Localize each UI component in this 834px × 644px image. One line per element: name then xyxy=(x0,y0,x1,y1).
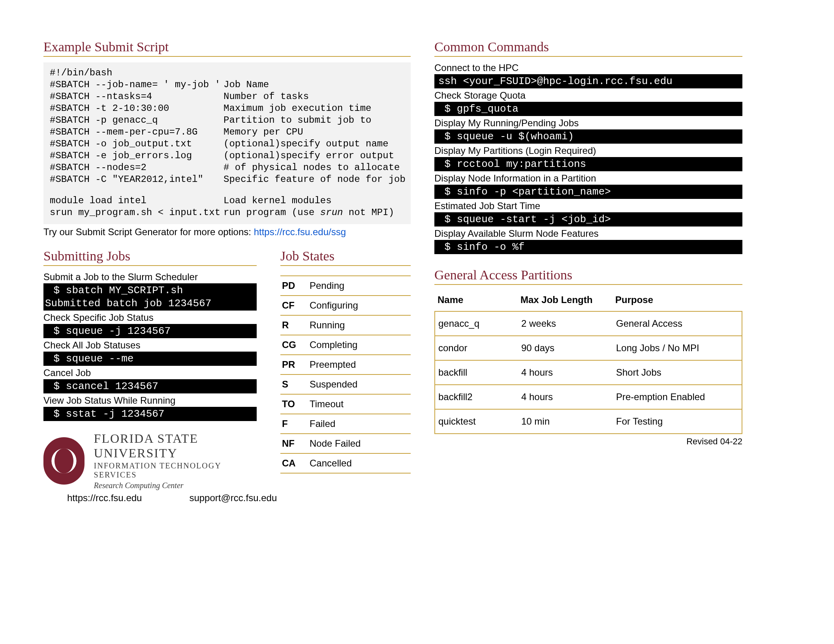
command-box: $ gpfs_quota xyxy=(434,102,742,116)
script-line-left: #SBATCH -t 2-10:30:00 xyxy=(50,103,216,114)
job-state-desc: Timeout xyxy=(310,399,411,410)
job-state-desc: Running xyxy=(310,320,411,331)
command-box: $ rcctool my:partitions xyxy=(434,157,742,171)
section-title-script: Example Submit Script xyxy=(43,39,411,57)
job-state-row: PRPreempted xyxy=(280,355,411,375)
command-box: $ squeue -u $(whoami) xyxy=(434,129,742,144)
submitting-jobs: Submitting Jobs Submit a Job to the Slur… xyxy=(43,249,257,504)
command-box: $ scancel 1234567 xyxy=(43,379,257,393)
fsu-seal-icon xyxy=(43,437,85,485)
job-state-desc: Failed xyxy=(310,418,411,429)
partition-cell: 10 min xyxy=(521,416,616,427)
ssg-link[interactable]: https://rcc.fsu.edu/ssg xyxy=(254,227,346,237)
contact-row: https://rcc.fsu.edu support@rcc.fsu.edu xyxy=(43,492,257,504)
partition-cell: Pre-emption Enabled xyxy=(616,391,738,402)
footer-block: FLORIDA STATE UNIVERSITY INFORMATION TEC… xyxy=(43,431,257,490)
job-state-desc: Configuring xyxy=(310,300,411,311)
script-line-left: #SBATCH -p genacc_q xyxy=(50,114,216,126)
script-body: #!/bin/bash#SBATCH --job-name= ' my-job … xyxy=(43,62,411,224)
command-label: Cancel Job xyxy=(43,367,257,378)
script-line-right xyxy=(224,67,406,79)
script-line-right: Number of tasks xyxy=(224,91,406,103)
partitions-head-max: Max Job Length xyxy=(520,294,615,305)
command-label: Estimated Job Start Time xyxy=(434,200,742,212)
partition-cell: 90 days xyxy=(521,343,616,354)
script-line-right: (optional)specify output name xyxy=(224,138,406,150)
ssg-line: Try our Submit Script Generator for more… xyxy=(43,224,411,238)
command-output: Submitted batch job 1234567 xyxy=(43,298,257,311)
script-line-left: #SBATCH -C "YEAR2012,intel" xyxy=(50,174,216,185)
partition-cell: backfill xyxy=(438,367,521,378)
command-label: Check Storage Quota xyxy=(434,90,742,101)
job-state-code: F xyxy=(282,418,310,429)
partition-cell: 2 weeks xyxy=(521,318,616,329)
fsu-line2: INFORMATION TECHNOLOGY SERVICES xyxy=(94,461,257,479)
partition-row: backfill24 hoursPre-emption Enabled xyxy=(435,385,742,410)
command-label: Display Available Slurm Node Features xyxy=(434,228,742,239)
section-title-submitting: Submitting Jobs xyxy=(43,249,257,266)
script-line-left: #SBATCH --mem-per-cpu=7.8G xyxy=(50,126,216,138)
command-box: $ sinfo -o %f xyxy=(434,240,742,254)
partition-cell: condor xyxy=(438,343,521,354)
job-state-desc: Cancelled xyxy=(310,458,411,469)
command-box: ssh <your_FSUID>@hpc-login.rcc.fsu.edu xyxy=(434,74,742,88)
partition-cell: quicktest xyxy=(438,416,521,427)
script-line-right: Load kernel modules xyxy=(224,195,406,207)
job-state-row: NFNode Failed xyxy=(280,434,411,454)
command-box: $ squeue -j 1234567 xyxy=(43,324,257,338)
contact-url[interactable]: https://rcc.fsu.edu xyxy=(67,492,142,504)
job-state-code: PR xyxy=(282,359,310,370)
example-submit-script: Example Submit Script #!/bin/bash#SBATCH… xyxy=(43,39,411,238)
script-line-right: Specific feature of node for job xyxy=(224,174,406,185)
job-state-row: PDPending xyxy=(280,276,411,296)
common-commands: Common Commands Connect to the HPCssh <y… xyxy=(434,39,742,504)
command-label: Display My Running/Pending Jobs xyxy=(434,118,742,129)
script-line-left: #SBATCH -e job_errors.log xyxy=(50,150,216,162)
script-line-left: #SBATCH -o job_output.txt xyxy=(50,138,216,150)
job-state-row: CACancelled xyxy=(280,454,411,474)
job-state-code: CG xyxy=(282,339,310,350)
job-state-code: CF xyxy=(282,300,310,311)
partitions-body: genacc_q2 weeksGeneral Accesscondor90 da… xyxy=(434,311,742,434)
script-line-left: #!/bin/bash xyxy=(50,67,216,79)
partition-cell: Short Jobs xyxy=(616,367,738,378)
job-state-row: CFConfiguring xyxy=(280,296,411,316)
section-title-common: Common Commands xyxy=(434,39,742,57)
partition-row: genacc_q2 weeksGeneral Access xyxy=(435,312,742,336)
job-states: Job States PDPendingCFConfiguringRRunnin… xyxy=(280,249,411,504)
fsu-text: FLORIDA STATE UNIVERSITY INFORMATION TEC… xyxy=(94,431,257,490)
command-label: Display My Partitions (Login Required) xyxy=(434,145,742,156)
command-box: $ sinfo -p <partition_name> xyxy=(434,185,742,199)
partition-cell: General Access xyxy=(616,318,738,329)
script-line-left: #SBATCH --ntasks=4 xyxy=(50,91,216,103)
script-line-right: Memory per CPU xyxy=(224,126,406,138)
job-state-desc: Suspended xyxy=(310,379,411,390)
command-box: $ sstat -j 1234567 xyxy=(43,407,257,421)
fsu-line1: FLORIDA STATE UNIVERSITY xyxy=(94,431,257,461)
job-state-code: NF xyxy=(282,438,310,449)
job-state-row: RRunning xyxy=(280,316,411,335)
job-state-desc: Preempted xyxy=(310,359,411,370)
command-label: View Job Status While Running xyxy=(43,395,257,406)
job-state-code: CA xyxy=(282,458,310,469)
contact-email[interactable]: support@rcc.fsu.edu xyxy=(189,492,277,504)
partition-cell: For Testing xyxy=(616,416,738,427)
script-line-left: srun my_program.sh < input.txt xyxy=(50,207,216,219)
script-line-right: Job Name xyxy=(224,79,406,91)
partition-cell: 4 hours xyxy=(521,367,616,378)
ssg-text: Try our Submit Script Generator for more… xyxy=(43,227,254,237)
command-box: $ squeue --me xyxy=(43,352,257,366)
script-line-left: module load intel xyxy=(50,195,216,207)
job-state-desc: Node Failed xyxy=(310,438,411,449)
script-line-right: run program (use srun not MPI) xyxy=(224,207,406,219)
script-line-right: # of physical nodes to allocate xyxy=(224,162,406,174)
partitions-head-name: Name xyxy=(438,294,520,305)
section-title-partitions: General Access Partitions xyxy=(434,268,742,285)
job-state-code: TO xyxy=(282,399,310,410)
partition-cell: 4 hours xyxy=(521,391,616,402)
command-label: Check Specific Job Status xyxy=(43,312,257,323)
command-label: Connect to the HPC xyxy=(434,62,742,73)
command-box: $ sbatch MY_SCRIPT.sh xyxy=(43,283,257,298)
partition-row: condor90 daysLong Jobs / No MPI xyxy=(435,336,742,361)
script-line-right: Maximum job execution time xyxy=(224,103,406,114)
